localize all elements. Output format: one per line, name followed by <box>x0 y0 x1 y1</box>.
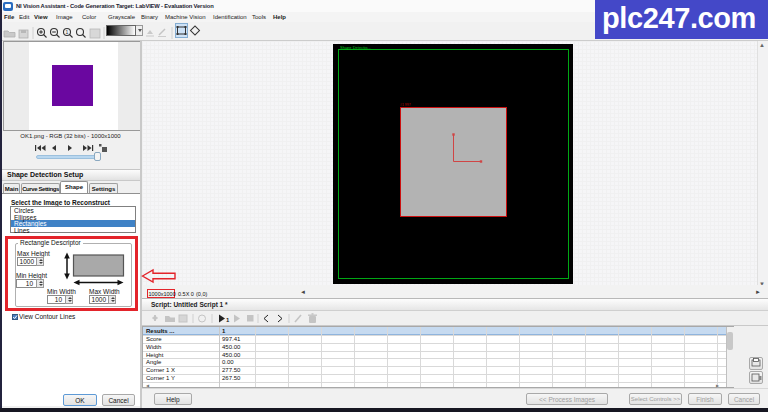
svg-text:1: 1 <box>65 29 68 35</box>
svg-text:1: 1 <box>226 317 230 323</box>
